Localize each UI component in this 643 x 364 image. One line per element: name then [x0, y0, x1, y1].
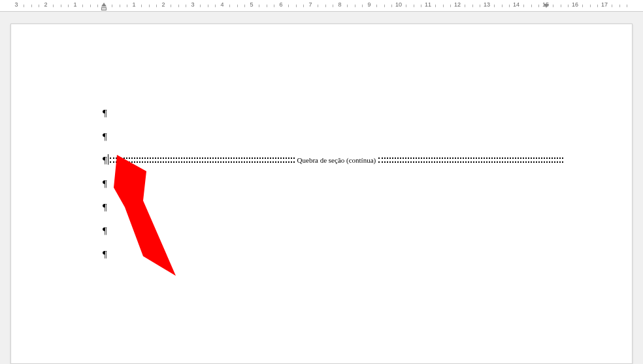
dotted-line [110, 157, 295, 163]
text-cursor [108, 154, 108, 165]
pilcrow-mark-icon: ¶ [103, 148, 107, 172]
left-indent-marker-icon[interactable] [101, 7, 107, 10]
ruler-number: 2 [161, 1, 165, 8]
pilcrow-mark-icon: ¶ [103, 242, 107, 266]
paragraph[interactable]: ¶ [103, 242, 563, 266]
pilcrow-mark-icon: ¶ [103, 101, 107, 125]
ruler-number: 5 [250, 1, 253, 8]
section-break-indicator[interactable]: Quebra de seção (contínua) [110, 148, 563, 172]
right-indent-marker-icon[interactable] [544, 4, 549, 8]
document-page[interactable]: ¶¶¶Quebra de seção (contínua)¶¶¶¶ [10, 24, 633, 364]
ruler-number: 9 [367, 1, 371, 8]
ruler-number: 12 [454, 1, 461, 8]
ruler-number: 3 [191, 1, 194, 8]
pilcrow-mark-icon: ¶ [103, 219, 107, 242]
dotted-line [378, 157, 563, 163]
ruler-number: 3 [14, 1, 18, 8]
ruler-number: 14 [513, 1, 519, 8]
ruler-number: 1 [73, 1, 76, 8]
paragraph[interactable]: ¶Quebra de seção (contínua) [103, 148, 563, 172]
section-break-label: Quebra de seção (contínua) [295, 148, 379, 172]
first-line-indent-marker-icon[interactable] [101, 3, 107, 7]
paragraph[interactable]: ¶ [103, 101, 563, 125]
ruler-number: 8 [338, 1, 341, 8]
ruler-number: 2 [44, 1, 47, 8]
horizontal-ruler[interactable]: 3211234567891011121314151617 [0, 0, 643, 12]
ruler-number: 17 [601, 1, 608, 8]
paragraph[interactable]: ¶ [103, 195, 563, 219]
paragraph[interactable]: ¶ [103, 172, 563, 195]
paragraph[interactable]: ¶ [103, 125, 563, 148]
ruler-number: 11 [425, 1, 431, 8]
pilcrow-mark-icon: ¶ [103, 195, 107, 219]
ruler-number: 4 [220, 1, 223, 8]
ruler-number: 1 [132, 1, 135, 8]
document-workspace: ¶¶¶Quebra de seção (contínua)¶¶¶¶ [0, 12, 643, 364]
paragraph[interactable]: ¶ [103, 219, 563, 242]
ruler-number: 10 [395, 1, 402, 8]
ruler-number: 16 [572, 1, 578, 8]
ruler-number: 13 [484, 1, 490, 8]
ruler-number: 7 [308, 1, 312, 8]
pilcrow-mark-icon: ¶ [103, 172, 107, 195]
pilcrow-mark-icon: ¶ [103, 125, 107, 148]
ruler-number: 6 [279, 1, 282, 8]
